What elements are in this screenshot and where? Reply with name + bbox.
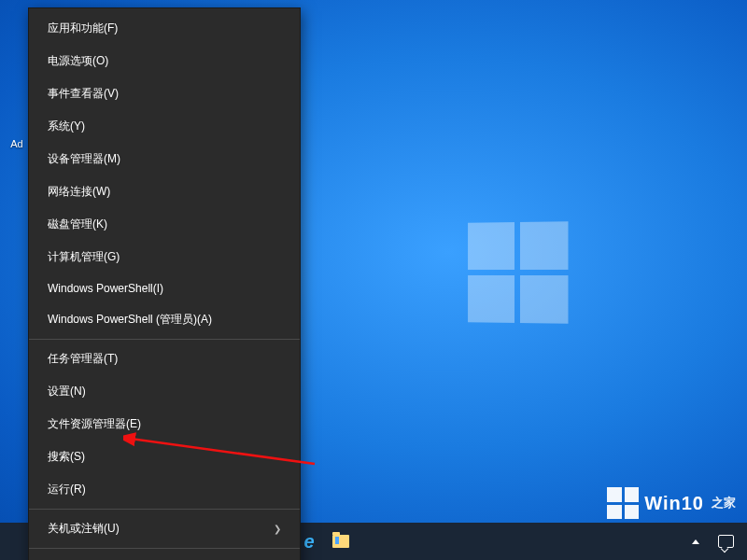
taskbar-ie-icon[interactable]: e	[301, 533, 317, 550]
winx-context-menu: 应用和功能(F) 电源选项(O) 事件查看器(V) 系统(Y) 设备管理器(M)…	[28, 7, 301, 560]
menu-separator	[29, 548, 300, 549]
menu-item-event-viewer[interactable]: 事件查看器(V)	[29, 77, 300, 110]
menu-item-disk-management[interactable]: 磁盘管理(K)	[29, 208, 300, 241]
desktop[interactable]: Ad 应用和功能(F) 电源选项(O) 事件查看器(V) 系统(Y) 设备管理器…	[0, 0, 747, 560]
menu-item-desktop[interactable]: 桌面(D)	[29, 552, 300, 560]
menu-separator	[29, 339, 300, 340]
desktop-shortcut-label: Ad	[10, 138, 22, 149]
desktop-shortcut[interactable]: Ad	[4, 138, 30, 149]
menu-item-task-manager[interactable]: 任务管理器(T)	[29, 343, 300, 375]
menu-item-apps-features[interactable]: 应用和功能(F)	[29, 12, 300, 45]
menu-item-powershell[interactable]: Windows PowerShell(I)	[29, 273, 300, 303]
menu-item-search[interactable]: 搜索(S)	[29, 441, 300, 473]
menu-item-powershell-admin[interactable]: Windows PowerShell (管理员)(A)	[29, 303, 300, 336]
menu-item-settings[interactable]: 设置(N)	[29, 375, 300, 408]
menu-item-power-options[interactable]: 电源选项(O)	[29, 45, 300, 77]
menu-item-network-connections[interactable]: 网络连接(W)	[29, 175, 300, 208]
chevron-right-icon: ❯	[274, 524, 281, 534]
taskbar-tray-chevron-icon[interactable]	[687, 533, 704, 550]
windows-logo-icon	[607, 487, 639, 519]
menu-item-shutdown-signout[interactable]: 关机或注销(U) ❯	[29, 512, 300, 545]
watermark: Win10 之家	[607, 487, 736, 519]
menu-separator	[29, 509, 300, 510]
watermark-text-sub: 之家	[712, 495, 736, 511]
watermark-text-main: Win10	[644, 493, 704, 514]
menu-item-file-explorer[interactable]: 文件资源管理器(E)	[29, 408, 300, 441]
menu-item-computer-management[interactable]: 计算机管理(G)	[29, 241, 300, 273]
windows-logo-wallpaper	[468, 221, 568, 324]
taskbar-file-explorer-icon[interactable]	[332, 533, 349, 550]
taskbar-action-center-icon[interactable]	[717, 533, 734, 550]
menu-item-run[interactable]: 运行(R)	[29, 473, 300, 506]
menu-item-system[interactable]: 系统(Y)	[29, 110, 300, 143]
menu-item-device-manager[interactable]: 设备管理器(M)	[29, 143, 300, 175]
